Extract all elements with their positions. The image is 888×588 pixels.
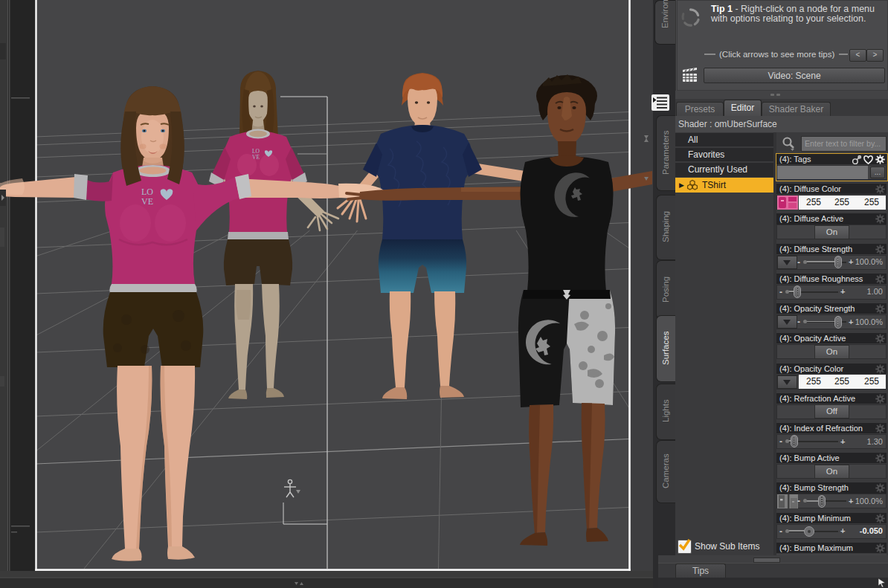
svg-text:LO: LO — [141, 187, 153, 197]
svg-text:VE: VE — [252, 154, 260, 161]
svg-text:VE: VE — [141, 196, 153, 207]
